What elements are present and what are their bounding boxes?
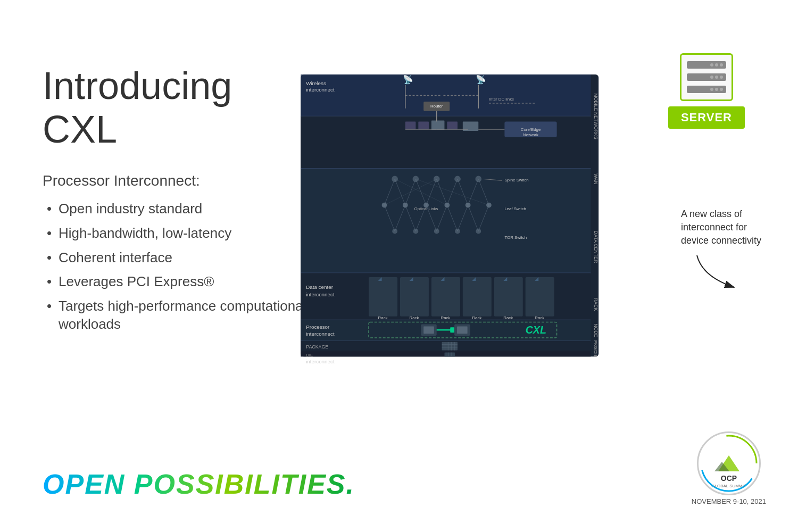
- svg-rect-108: [423, 326, 434, 334]
- svg-text:Spine Switch: Spine Switch: [504, 178, 528, 182]
- svg-rect-117: [442, 342, 458, 351]
- svg-point-43: [434, 176, 440, 182]
- svg-text:Router: Router: [430, 104, 443, 109]
- server-dot: [710, 63, 713, 66]
- svg-rect-25: [405, 121, 416, 129]
- svg-rect-90: [431, 277, 460, 317]
- svg-text:Data center: Data center: [306, 284, 333, 290]
- ocp-logo-svg: OCP GLOBAL SUMMIT: [700, 434, 758, 493]
- svg-text:NODE: NODE: [593, 323, 598, 337]
- server-dot-8: [715, 88, 718, 91]
- callout-arrow-svg: [692, 250, 755, 293]
- svg-rect-26: [418, 121, 429, 129]
- svg-text:Leaf Switch: Leaf Switch: [504, 206, 526, 211]
- svg-text:Inter DC links: Inter DC links: [489, 97, 514, 102]
- bullet-1: Open industry standard: [43, 200, 309, 218]
- server-row-3: [687, 86, 726, 93]
- svg-text:interconnect: interconnect: [306, 87, 335, 93]
- subtitle: Processor Interconnect:: [43, 172, 309, 189]
- slide-title: Introducing CXL: [43, 64, 309, 151]
- bullet-list: Open industry standard High-bandwidth, l…: [43, 200, 309, 334]
- svg-rect-27: [431, 120, 445, 130]
- callout: A new class of interconnect for device c…: [681, 207, 766, 248]
- bullet-5: Targets high-performance computational w…: [43, 297, 309, 334]
- svg-text:PKG/DIE: PKG/DIE: [593, 340, 598, 358]
- svg-text:RACK: RACK: [593, 298, 598, 311]
- server-dot-9: [720, 88, 723, 91]
- bullet-3: Coherent interface: [43, 249, 309, 267]
- svg-rect-99: [526, 277, 554, 317]
- svg-text:DATA CENTER: DATA CENTER: [593, 231, 598, 263]
- svg-text:TOR Switch: TOR Switch: [504, 235, 527, 240]
- svg-text:Rack: Rack: [440, 315, 450, 320]
- left-panel: Introducing CXL Processor Interconnect: …: [43, 53, 309, 340]
- svg-text:📡: 📡: [476, 74, 486, 85]
- server-dot-7: [710, 88, 713, 91]
- callout-text: A new class of interconnect for device c…: [681, 207, 766, 248]
- open-possibilities-text: OPEN POSSIBILITIES.: [43, 469, 355, 500]
- svg-rect-93: [463, 277, 492, 317]
- svg-point-44: [454, 176, 461, 182]
- svg-text:PACKAGE: PACKAGE: [306, 344, 328, 350]
- svg-text:Core/Edge: Core/Edge: [521, 127, 541, 132]
- svg-text:Rack: Rack: [472, 315, 481, 320]
- svg-text:WAN: WAN: [593, 173, 598, 184]
- server-label: SERVER: [668, 106, 745, 129]
- svg-text:CXL: CXL: [526, 324, 546, 336]
- diagram-container: MOBILE NETWORKS WAN DATA CENTER RACK NOD…: [298, 74, 617, 367]
- svg-text:interconnect: interconnect: [306, 331, 335, 337]
- server-dot-3: [720, 63, 723, 66]
- svg-rect-35: [301, 169, 591, 273]
- ocp-date: NOVEMBER 9-10, 2021: [692, 497, 766, 505]
- svg-text:OCP: OCP: [721, 474, 737, 483]
- server-dot-2: [715, 63, 718, 66]
- bullet-2: High-bandwidth, low-latency: [43, 225, 309, 243]
- svg-text:GLOBAL SUMMIT: GLOBAL SUMMIT: [711, 484, 746, 488]
- server-icon: [680, 53, 733, 101]
- server-dot-6: [720, 76, 723, 79]
- svg-point-45: [475, 176, 481, 182]
- svg-text:interconnect: interconnect: [306, 292, 335, 297]
- open-possibilities: OPEN POSSIBILITIES.: [43, 468, 355, 500]
- svg-rect-28: [447, 121, 458, 129]
- bullet-4: Leverages PCI Express®: [43, 273, 309, 291]
- svg-text:Rack: Rack: [535, 315, 544, 320]
- svg-text:interconnect: interconnect: [306, 359, 335, 364]
- svg-point-41: [392, 176, 398, 182]
- ocp-area: OCP GLOBAL SUMMIT NOVEMBER 9-10, 2021: [692, 431, 766, 505]
- server-dot-5: [715, 76, 718, 79]
- svg-rect-84: [369, 277, 397, 317]
- svg-text:Rack: Rack: [503, 315, 513, 320]
- server-row-1: [687, 61, 726, 69]
- svg-text:📡: 📡: [403, 74, 413, 85]
- slide: Introducing CXL Processor Interconnect: …: [0, 0, 798, 532]
- svg-text:Rack: Rack: [410, 315, 419, 320]
- server-row-2: [687, 73, 726, 81]
- svg-rect-110: [450, 327, 454, 332]
- svg-text:Wireless: Wireless: [306, 80, 326, 86]
- svg-text:MOBILE NETWORKS: MOBILE NETWORKS: [593, 93, 598, 139]
- ocp-circle: OCP GLOBAL SUMMIT: [697, 431, 761, 495]
- svg-text:Rack: Rack: [378, 315, 388, 320]
- svg-rect-96: [494, 277, 523, 317]
- svg-text:DIE: DIE: [306, 353, 313, 358]
- svg-rect-87: [400, 277, 429, 317]
- svg-text:Processor: Processor: [306, 324, 330, 330]
- svg-text:Network: Network: [523, 132, 538, 137]
- server-area: SERVER: [668, 53, 745, 129]
- server-dot-4: [710, 76, 713, 79]
- svg-rect-112: [457, 326, 468, 334]
